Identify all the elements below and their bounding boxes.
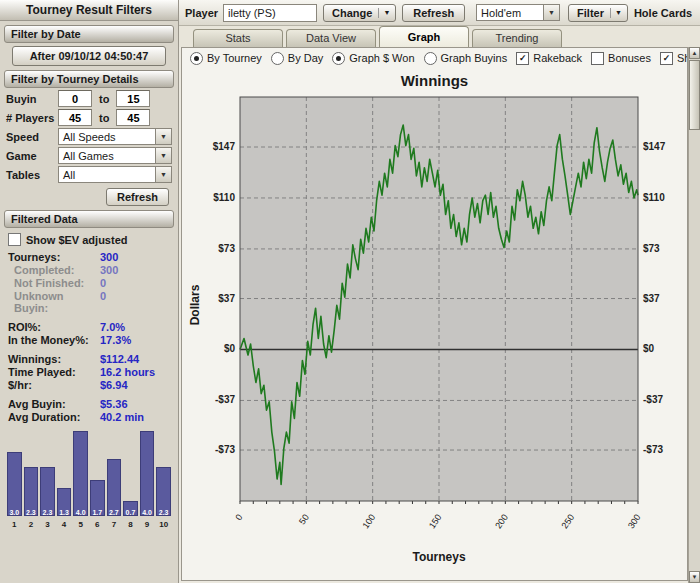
svg-text:$110: $110: [213, 192, 235, 203]
histogram-label: 8: [122, 520, 139, 529]
scrollbar-thumb[interactable]: [689, 60, 700, 130]
checkbox-rakeback[interactable]: ✓Rakeback: [516, 52, 582, 65]
stat-label: ROI%:: [8, 321, 100, 333]
filter-button[interactable]: Filter ▼: [568, 4, 628, 22]
stat-label: Avg Duration:: [8, 411, 100, 423]
chart-title: Winnings: [182, 72, 687, 89]
svg-text:-$37: -$37: [215, 394, 235, 405]
hole-cards-label: Hole Cards: [634, 7, 692, 19]
histogram-column: 4.05: [72, 429, 89, 529]
stat-label: $/hr:: [8, 379, 100, 391]
stat-value: 40.2 min: [100, 411, 144, 423]
stat-row: In the Money%:17.3%: [8, 334, 170, 346]
sidebar-refresh-row: Refresh: [9, 188, 169, 206]
game-select-value: All Games: [59, 150, 155, 162]
sidebar-title: Tourney Result Filters: [0, 0, 178, 21]
show-ev-label: Show $EV adjusted: [26, 234, 127, 246]
checkbox-icon: [8, 233, 21, 246]
speed-label: Speed: [6, 131, 58, 143]
histogram-value: 4.0: [139, 509, 156, 516]
stat-label: Unknown Buyin:: [8, 290, 100, 314]
histogram-label: 2: [23, 520, 40, 529]
game-select[interactable]: All Games ▼: [58, 147, 172, 164]
histogram-value: 1.7: [89, 509, 106, 516]
radio-icon: [332, 52, 345, 65]
sidebar-refresh-button[interactable]: Refresh: [106, 188, 169, 206]
radio-label: By Tourney: [207, 52, 262, 64]
svg-text:-$73: -$73: [215, 444, 235, 455]
radio-by-day[interactable]: By Day: [271, 52, 323, 65]
histogram-column: 1.76: [89, 429, 106, 529]
players-from-input[interactable]: [58, 109, 92, 126]
filter-sidebar: Tourney Result Filters Filter by Date Af…: [0, 0, 179, 583]
buyin-from-input[interactable]: [58, 90, 92, 107]
buyin-histogram: 3.012.322.331.344.051.762.770.784.092.31…: [6, 429, 172, 529]
stat-value: 16.2 hours: [100, 366, 155, 378]
svg-text:-$73: -$73: [643, 444, 663, 455]
radio-by-tourney[interactable]: By Tourney: [190, 52, 262, 65]
players-to-input[interactable]: [116, 109, 150, 126]
histogram-label: 9: [139, 520, 156, 529]
stat-row: Tourneys:300: [8, 251, 170, 263]
tables-select[interactable]: All ▼: [58, 166, 172, 183]
radio-icon: [190, 52, 203, 65]
svg-text:$147: $147: [643, 141, 666, 152]
buyin-to-input[interactable]: [116, 90, 150, 107]
tab-graph[interactable]: Graph: [379, 26, 469, 47]
player-label: Player: [185, 7, 218, 19]
game-row: Game All Games ▼: [6, 147, 172, 164]
stat-value: 300: [100, 251, 118, 263]
game-type-value: Hold'em: [477, 7, 543, 19]
stat-value: $6.94: [100, 379, 128, 391]
player-name-field[interactable]: iletty (PS): [223, 4, 317, 22]
to-label: to: [99, 93, 109, 105]
histogram-value: 1.3: [56, 509, 73, 516]
stat-value: 7.0%: [100, 321, 125, 333]
date-filter-button[interactable]: After 09/10/12 04:50:47: [12, 46, 166, 66]
scroll-up-icon[interactable]: ▲: [689, 47, 700, 59]
vertical-scrollbar[interactable]: ▲ ▼: [688, 47, 700, 583]
stat-row: Avg Buyin:$5.36: [8, 398, 170, 410]
change-player-button[interactable]: Change ▼: [323, 4, 396, 22]
svg-text:$73: $73: [643, 243, 660, 254]
game-type-select[interactable]: Hold'em ▼: [476, 4, 560, 21]
stat-value: 0: [100, 277, 106, 289]
histogram-bar: [73, 431, 88, 516]
stat-row: Time Played:16.2 hours: [8, 366, 170, 378]
chevron-down-icon: ▼: [543, 5, 559, 20]
checkbox-icon: ✓: [516, 52, 529, 65]
histogram-column: 0.78: [122, 429, 139, 529]
histogram-column: 2.77: [106, 429, 123, 529]
checkbox-icon: ✓: [660, 52, 673, 65]
checkbox-show-luck-adjusted[interactable]: ✓Show Luck Adjusted: [660, 52, 687, 65]
checkbox-bonuses[interactable]: Bonuses: [591, 52, 651, 65]
svg-text:150: 150: [427, 512, 444, 530]
tab-trending[interactable]: Trending: [472, 29, 562, 47]
filtered-data-header: Filtered Data: [4, 210, 174, 228]
refresh-button[interactable]: Refresh: [402, 4, 465, 22]
tab-data-view[interactable]: Data View: [286, 29, 376, 47]
svg-text:0: 0: [234, 512, 245, 522]
graph-panel: By TourneyBy DayGraph $ WonGraph Buyins✓…: [181, 47, 688, 581]
stat-value: 300: [100, 264, 118, 276]
histogram-column: 2.32: [23, 429, 40, 529]
chevron-down-icon: ▼: [378, 8, 390, 18]
radio-label: Graph Buyins: [441, 52, 508, 64]
svg-text:$110: $110: [643, 192, 665, 203]
radio-graph-won[interactable]: Graph $ Won: [332, 52, 414, 65]
stat-label: Completed:: [8, 264, 100, 276]
player-toolbar: Player iletty (PS) Change ▼ Refresh Hold…: [179, 0, 700, 26]
radio-graph-buyins[interactable]: Graph Buyins: [424, 52, 508, 65]
buyin-label: Buyin: [6, 93, 58, 105]
game-label: Game: [6, 150, 58, 162]
show-ev-checkbox[interactable]: Show $EV adjusted: [8, 233, 170, 246]
radio-icon: [271, 52, 284, 65]
tab-stats[interactable]: Stats: [193, 29, 283, 47]
histogram-label: 5: [72, 520, 89, 529]
histogram-bar: [7, 452, 22, 516]
speed-select[interactable]: All Speeds ▼: [58, 128, 172, 145]
stat-row: Avg Duration:40.2 min: [8, 411, 170, 423]
svg-text:50: 50: [297, 512, 311, 526]
scroll-down-icon[interactable]: ▼: [689, 571, 700, 583]
tables-row: Tables All ▼: [6, 166, 172, 183]
